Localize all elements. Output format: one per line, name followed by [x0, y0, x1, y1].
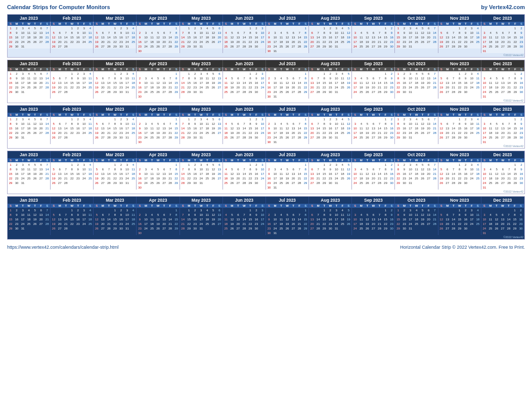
- day-cell: 10: [124, 76, 130, 80]
- strip-header: Jan 2023Feb 2023Mar 2023Apr 2023May 2023…: [8, 151, 524, 158]
- month-header-label: Jan 2023: [8, 197, 51, 204]
- month-header-label: Apr 2023: [137, 15, 180, 22]
- day-cell: 3: [352, 30, 358, 35]
- month-calendar: SMTWTFS123456789101112131415161718192021…: [395, 67, 438, 99]
- day-cell: 14: [432, 212, 438, 217]
- day-cell-empty: [296, 26, 302, 30]
- day-label: T: [408, 22, 414, 26]
- day-cell: 25: [26, 176, 32, 180]
- day-cell: 16: [388, 35, 394, 39]
- day-cell: 16: [388, 126, 394, 130]
- day-cell-empty: [180, 71, 186, 76]
- day-cell: 19: [229, 130, 235, 135]
- day-cell: 11: [149, 35, 155, 39]
- day-cell: 24: [81, 176, 87, 180]
- day-cell: 7: [167, 212, 173, 217]
- day-cell: 13: [500, 217, 506, 221]
- day-cell: 13: [500, 80, 506, 85]
- day-cell: 16: [402, 126, 408, 130]
- day-cell: 4: [87, 117, 93, 121]
- day-cell: 19: [420, 80, 426, 85]
- day-cell: 15: [512, 126, 518, 130]
- day-cell: 2: [75, 71, 81, 76]
- day-cell: 26: [229, 89, 235, 94]
- day-cell: 8: [321, 30, 327, 35]
- month-calendar: SMTWTFS123456789101112131415161718192021…: [137, 113, 180, 144]
- day-cell: 21: [432, 80, 438, 85]
- day-cell: 21: [106, 39, 112, 44]
- day-cell: 17: [481, 176, 487, 180]
- day-cell: 16: [118, 126, 124, 130]
- day-label: T: [247, 22, 253, 26]
- month-calendar: SMTWTFS123456789101112131415161718192021…: [180, 113, 223, 144]
- day-cell: 9: [253, 212, 259, 217]
- day-label: M: [229, 204, 235, 208]
- day-cell: 1: [302, 208, 308, 212]
- day-label: S: [302, 158, 308, 162]
- day-cell-empty: [51, 26, 57, 30]
- day-cell: 28: [296, 135, 302, 140]
- day-cell: 30: [118, 135, 124, 140]
- day-cell: 30: [327, 226, 333, 231]
- day-cell: 6: [216, 162, 223, 167]
- day-cell: 20: [445, 85, 451, 89]
- day-cell-empty: [266, 26, 272, 30]
- day-cell-empty: [241, 26, 247, 30]
- day-label: M: [186, 22, 192, 26]
- day-cell: 10: [20, 30, 26, 35]
- day-cell: 27: [370, 89, 376, 94]
- day-cell: 19: [94, 130, 100, 135]
- day-cell: 23: [266, 44, 272, 49]
- day-label: M: [445, 22, 451, 26]
- day-cell: 20: [38, 171, 44, 176]
- day-cell: 26: [494, 44, 500, 49]
- day-cell: 11: [223, 80, 229, 85]
- day-label: S: [475, 158, 481, 162]
- day-label: S: [481, 204, 487, 208]
- day-cell-empty: [284, 71, 290, 76]
- day-cell: 7: [376, 167, 382, 171]
- day-cell: 5: [438, 30, 445, 35]
- day-cell: 24: [20, 221, 26, 226]
- day-cell: 3: [481, 121, 487, 126]
- day-cell: 16: [463, 35, 469, 39]
- day-label: M: [487, 204, 494, 208]
- day-cell: 12: [420, 76, 426, 80]
- day-cell: 16: [137, 130, 143, 135]
- day-label: S: [137, 113, 143, 117]
- day-cell: 1: [173, 117, 180, 121]
- day-label: S: [302, 22, 308, 26]
- day-cell: 7: [315, 167, 321, 171]
- day-cell: 18: [358, 39, 364, 44]
- day-cell: 3: [481, 76, 487, 80]
- day-cell: 3: [469, 26, 475, 30]
- day-cell: 22: [112, 39, 118, 44]
- day-cell: 16: [402, 35, 408, 39]
- day-cell: 2: [463, 71, 469, 76]
- day-cell: 23: [118, 176, 124, 180]
- day-cell: 3: [408, 208, 414, 212]
- day-cell: 25: [26, 130, 32, 135]
- day-cell: 10: [143, 35, 149, 39]
- day-cell: 26: [284, 226, 290, 231]
- day-cell: 23: [253, 176, 259, 180]
- day-cell-empty: [137, 208, 143, 212]
- day-cell: 29: [395, 44, 401, 49]
- day-cell: 28: [241, 44, 247, 49]
- day-cell: 13: [216, 121, 223, 126]
- day-cell: 3: [272, 167, 278, 171]
- day-cell: 18: [223, 39, 229, 44]
- day-cell: 2: [388, 71, 394, 76]
- day-cell: 12: [51, 126, 57, 130]
- day-cell: 10: [143, 126, 149, 130]
- day-cell: 26: [51, 180, 57, 185]
- day-label: S: [475, 204, 481, 208]
- day-label: S: [352, 158, 358, 162]
- day-cell: 29: [112, 226, 118, 231]
- day-label: T: [204, 158, 210, 162]
- day-cell: 18: [414, 171, 420, 176]
- day-cell: 12: [284, 171, 290, 176]
- day-cell: 23: [192, 221, 198, 226]
- day-cell: 5: [155, 121, 161, 126]
- day-cell: 17: [259, 80, 265, 85]
